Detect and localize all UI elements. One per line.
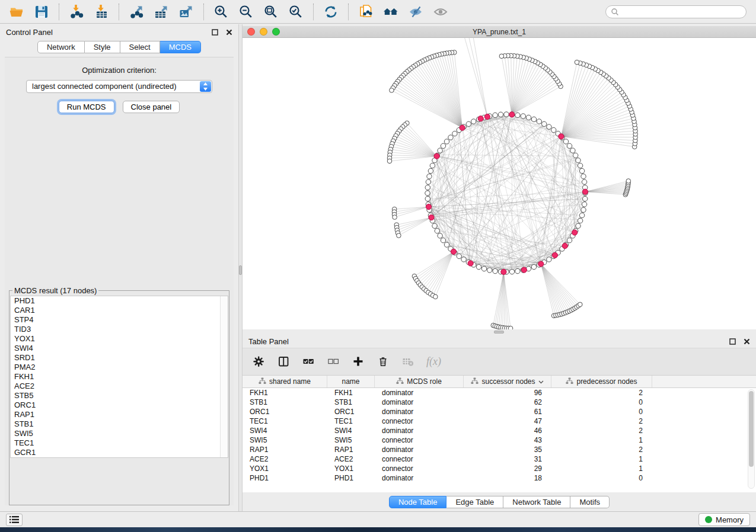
- result-node[interactable]: STP4: [11, 315, 228, 325]
- table-row[interactable]: SWI4SWI4dominator462: [243, 426, 756, 435]
- run-mcds-button[interactable]: Run MCDS: [59, 101, 114, 113]
- cell-successor-nodes[interactable]: 46: [464, 427, 551, 435]
- table-tab-node-table[interactable]: Node Table: [389, 496, 447, 508]
- zoom-fit-icon[interactable]: [260, 3, 282, 21]
- result-list-scrollbar[interactable]: [220, 296, 228, 457]
- result-node[interactable]: GCR1: [11, 448, 228, 457]
- columns-icon[interactable]: [277, 355, 290, 368]
- tab-select[interactable]: Select: [120, 41, 160, 53]
- cell-shared-name[interactable]: PHD1: [243, 474, 327, 482]
- export-table-icon[interactable]: [151, 3, 172, 21]
- table-row[interactable]: ORC1ORC1dominator610: [243, 407, 756, 416]
- cell-MCDS-role[interactable]: dominator: [375, 474, 464, 482]
- column-header-shared-name[interactable]: shared name: [243, 376, 327, 387]
- refresh-icon[interactable]: [320, 3, 342, 21]
- cell-predecessor-nodes[interactable]: 2: [551, 427, 652, 435]
- column-header-successor-nodes[interactable]: successor nodes: [464, 376, 551, 387]
- cell-predecessor-nodes[interactable]: 1: [551, 464, 652, 473]
- cell-predecessor-nodes[interactable]: 0: [551, 474, 652, 482]
- cell-shared-name[interactable]: ORC1: [243, 408, 327, 416]
- cell-MCDS-role[interactable]: connector: [375, 455, 464, 463]
- cell-name[interactable]: ACE2: [327, 455, 375, 463]
- task-history-button[interactable]: [6, 514, 23, 526]
- duplicate-network-icon[interactable]: [355, 3, 377, 21]
- result-node[interactable]: RAP1: [11, 410, 228, 419]
- cell-predecessor-nodes[interactable]: 2: [551, 389, 652, 397]
- cell-shared-name[interactable]: TEC1: [243, 417, 327, 425]
- vertical-splitter[interactable]: [238, 24, 243, 511]
- save-session-icon[interactable]: [31, 3, 52, 21]
- tab-network[interactable]: Network: [37, 41, 85, 53]
- cell-successor-nodes[interactable]: 62: [464, 398, 551, 406]
- cell-predecessor-nodes[interactable]: 2: [551, 417, 652, 425]
- select-all-icon[interactable]: [302, 355, 315, 368]
- result-node[interactable]: ORC1: [11, 400, 228, 410]
- cell-predecessor-nodes[interactable]: 0: [551, 398, 652, 406]
- cell-MCDS-role[interactable]: dominator: [375, 398, 464, 406]
- zoom-out-icon[interactable]: [235, 3, 257, 21]
- result-node[interactable]: STB1: [11, 419, 228, 429]
- close-panel-icon[interactable]: [225, 28, 232, 36]
- result-node[interactable]: TEC1: [11, 438, 228, 448]
- cell-name[interactable]: PHD1: [327, 474, 375, 482]
- table-row[interactable]: PHD1PHD1dominator180: [243, 473, 756, 483]
- cell-shared-name[interactable]: FKH1: [243, 389, 327, 397]
- result-node[interactable]: CAR1: [11, 306, 228, 315]
- cell-successor-nodes[interactable]: 31: [464, 455, 551, 463]
- show-hidden-icon[interactable]: [430, 3, 451, 21]
- cell-successor-nodes[interactable]: 43: [464, 436, 551, 444]
- network-canvas[interactable]: [243, 38, 756, 329]
- cell-name[interactable]: FKH1: [327, 389, 375, 397]
- cell-MCDS-role[interactable]: dominator: [375, 427, 464, 435]
- table-row[interactable]: RAP1RAP1dominator352: [243, 445, 756, 454]
- cell-shared-name[interactable]: YOX1: [243, 464, 327, 473]
- cell-name[interactable]: RAP1: [327, 446, 375, 454]
- cell-predecessor-nodes[interactable]: 0: [551, 408, 652, 416]
- network-graph[interactable]: [243, 38, 756, 329]
- export-image-icon[interactable]: [176, 3, 197, 21]
- close-panel-button[interactable]: Close panel: [123, 101, 180, 113]
- import-network-icon[interactable]: [66, 3, 87, 21]
- result-node[interactable]: STB5: [11, 391, 228, 400]
- cell-successor-nodes[interactable]: 18: [464, 474, 551, 482]
- cell-predecessor-nodes[interactable]: 1: [551, 455, 652, 463]
- zoom-in-icon[interactable]: [210, 3, 232, 21]
- cell-MCDS-role[interactable]: connector: [375, 417, 464, 425]
- network-window-titlebar[interactable]: YPA_prune.txt_1: [243, 26, 756, 38]
- column-header-name[interactable]: name: [327, 376, 375, 387]
- table-tab-edge-table[interactable]: Edge Table: [446, 496, 503, 508]
- delete-row-icon[interactable]: [377, 355, 390, 368]
- result-node[interactable]: PHD1: [11, 296, 228, 306]
- cell-MCDS-role[interactable]: dominator: [375, 408, 464, 416]
- table-scrollbar[interactable]: [748, 389, 755, 489]
- cell-shared-name[interactable]: SWI4: [243, 427, 327, 435]
- result-node[interactable]: PMA2: [11, 363, 228, 372]
- cell-name[interactable]: TEC1: [327, 417, 375, 425]
- close-table-panel-icon[interactable]: [743, 338, 750, 345]
- criterion-select[interactable]: largest connected component (undirected): [26, 80, 212, 93]
- search-input[interactable]: [623, 7, 746, 17]
- zoom-selected-icon[interactable]: [285, 3, 307, 21]
- cell-name[interactable]: SWI4: [327, 427, 375, 435]
- cell-name[interactable]: STB1: [327, 398, 375, 406]
- table-tab-motifs[interactable]: Motifs: [570, 496, 610, 508]
- tab-mcds[interactable]: MCDS: [160, 41, 201, 53]
- float-panel-icon[interactable]: [211, 28, 218, 36]
- cell-MCDS-role[interactable]: dominator: [375, 446, 464, 454]
- memory-button[interactable]: Memory: [698, 513, 750, 526]
- horizontal-splitter-grip[interactable]: [494, 331, 504, 334]
- mcds-result-list[interactable]: PHD1CAR1STP4TID3YOX1SWI4SRD1PMA2FKH1ACE2…: [10, 296, 228, 458]
- column-header-predecessor-nodes[interactable]: predecessor nodes: [551, 376, 652, 387]
- import-table-icon[interactable]: [91, 3, 112, 21]
- cell-successor-nodes[interactable]: 96: [464, 389, 551, 397]
- cell-shared-name[interactable]: RAP1: [243, 446, 327, 454]
- add-row-icon[interactable]: [352, 355, 365, 368]
- hide-selected-icon[interactable]: [405, 3, 426, 21]
- cell-successor-nodes[interactable]: 61: [464, 408, 551, 416]
- gear-icon[interactable]: [252, 355, 265, 368]
- deselect-all-icon[interactable]: [327, 355, 340, 368]
- cell-MCDS-role[interactable]: dominator: [375, 389, 464, 397]
- result-node[interactable]: FKH1: [11, 372, 228, 382]
- result-node[interactable]: SRD1: [11, 353, 228, 363]
- export-network-icon[interactable]: [126, 3, 147, 21]
